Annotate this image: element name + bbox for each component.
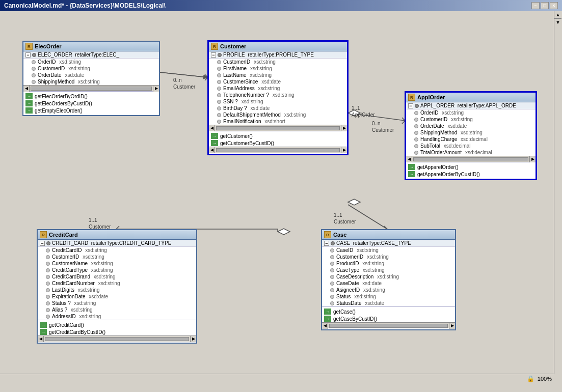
customer-hscroll[interactable]: ◀ ▶ xyxy=(209,125,347,131)
creditcard-title: CreditCard xyxy=(49,232,78,238)
method-icon: → xyxy=(408,164,415,170)
elecorder-field-2: CustomerID xsd:string xyxy=(23,65,159,72)
svg-marker-4 xyxy=(348,199,360,205)
scroll-right[interactable]: ▶ xyxy=(341,125,347,131)
method-icon: → xyxy=(211,140,218,146)
scroll-thumb[interactable] xyxy=(31,87,152,91)
close-button[interactable]: × xyxy=(550,2,558,9)
scroll-thumb[interactable] xyxy=(216,126,340,130)
svg-marker-3 xyxy=(278,229,290,235)
customer-field-7: SSN ? xsd:string xyxy=(209,98,347,105)
field-icon xyxy=(217,120,221,124)
applorder-class: R ApplOrder − APPL_ORDER retailerType:AP… xyxy=(405,92,537,180)
customer-class: R Customer − PROFILE retailerType:PROFIL… xyxy=(208,41,348,155)
customer-field-1: CustomerID xsd:string xyxy=(209,59,347,65)
applorder-field-6: SubTotal xsd:decimal xyxy=(406,143,536,149)
scroll-right[interactable]: ▶ xyxy=(529,156,536,162)
case-hscroll[interactable]: ◀ ▶ xyxy=(322,322,455,328)
field-icon xyxy=(46,248,50,253)
field-icon xyxy=(414,111,418,115)
case-field-7: AsigneeID xsd:string xyxy=(322,287,455,293)
applorder-method-2: → getApparelOrderByCustID() xyxy=(406,171,536,178)
method-icon: → xyxy=(324,309,331,315)
scroll-up[interactable]: ▲ xyxy=(554,11,561,18)
applorder-methods: → getApparelOrder() → getApparelOrderByC… xyxy=(406,162,536,179)
applorder-field-4: ShippingMethod xsd:string xyxy=(406,129,536,136)
case-body: − CASE retailerType:CASE_TYPE CaseID xsd… xyxy=(322,240,455,329)
applorder-hscroll[interactable]: ◀ ▶ xyxy=(406,156,536,162)
customer-field-4: CustomerSince xsd:date xyxy=(209,78,347,85)
customer-collapse[interactable]: − xyxy=(211,52,216,58)
field-icon xyxy=(32,80,36,84)
method-icon: → xyxy=(40,322,47,328)
case-field-2: CustomerID xsd:string xyxy=(322,254,455,260)
elec-cust-label: Customer xyxy=(173,84,195,90)
scroll-left[interactable]: ◀ xyxy=(406,156,412,162)
customer-field-2: FirstName xsd:string xyxy=(209,65,347,72)
scroll-left[interactable]: ◀ xyxy=(209,125,215,131)
cc-method-2: → getCreditCardByCustID() xyxy=(38,328,196,335)
creditcard-section: − CREDIT_CARD retailerType:CREDIT_CARD_T… xyxy=(38,240,196,320)
method-icon: → xyxy=(211,133,218,139)
case-side-label: Customer xyxy=(334,219,356,225)
case-method-1: → getCase() xyxy=(322,308,455,315)
applorder-section-icon xyxy=(415,104,419,108)
applorder-title-bar: R ApplOrder xyxy=(406,93,536,102)
appl-top-label: 1..1 xyxy=(352,105,360,111)
creditcard-methods: → getCreditCard() → getCreditCardByCustI… xyxy=(38,320,196,343)
scroll-left[interactable]: ◀ xyxy=(23,86,30,92)
elecorder-icon: R xyxy=(25,43,33,50)
customer-field-5: EmailAddress xsd:string xyxy=(209,85,347,92)
lock-icon: 🔒 xyxy=(527,375,534,382)
elecorder-methods: → getElecOrderByOrdID() → getElecOrdersB… xyxy=(23,92,159,115)
case-collapse[interactable]: − xyxy=(324,241,329,246)
field-icon xyxy=(330,282,334,286)
case-field-3: ProductID xsd:string xyxy=(322,260,455,267)
applorder-section: − APPL_ORDER retailerType:APPL_ORDE Orde… xyxy=(406,102,536,162)
scroll-down[interactable]: ▼ xyxy=(554,18,561,25)
case-field-5: CaseDescription xsd:string xyxy=(322,273,455,280)
minimize-button[interactable]: − xyxy=(531,2,540,9)
cc-field-1: CreditCardID xsd:string xyxy=(38,247,196,254)
status-right: 🔒 100% xyxy=(527,375,552,382)
elecorder-section-icon xyxy=(32,53,36,57)
elecorder-hscroll[interactable]: ◀ ▶ xyxy=(23,85,159,91)
cc-field-4: CreditCardType xsd:string xyxy=(38,267,196,273)
applorder-field-3: OrderDate xsd:date xyxy=(406,123,536,129)
applorder-collapse[interactable]: − xyxy=(408,103,413,108)
creditcard-section-name: CREDIT_CARD retailerType:CREDIT_CARD_TYP… xyxy=(52,240,172,246)
scroll-right[interactable]: ▶ xyxy=(153,86,159,92)
canvas-area: 1..1 ElecOrder 0..n Customer 1..1 ApplOr… xyxy=(0,11,562,383)
case-class: R Case − CASE retailerType:CASE_TYPE Cas… xyxy=(321,229,456,330)
case-title-bar: R Case xyxy=(322,230,455,240)
elecorder-method-2: → getElecOrdersByCustID() xyxy=(23,100,159,107)
field-icon xyxy=(217,67,221,71)
elecorder-title-bar: R ElecOrder xyxy=(23,42,159,51)
elecorder-section-header: − ELEC_ORDER retailerType:ELEC_ xyxy=(23,51,159,59)
applorder-icon: R xyxy=(408,94,415,101)
customer-section-header: − PROFILE retailerType:PROFILE_TYPE xyxy=(209,51,347,59)
elecorder-collapse[interactable]: − xyxy=(25,52,31,58)
case-field-6: CaseDate xsd:date xyxy=(322,280,455,287)
cc-hscroll[interactable]: ◀ ▶ xyxy=(38,335,196,342)
cc-field-5: CreditCardBrand xsd:string xyxy=(38,273,196,280)
customer-field-3: LastName xsd:string xyxy=(209,72,347,78)
customer-vscroll[interactable]: ◀ ▶ xyxy=(209,147,347,153)
applorder-method-1: → getApparelOrder() xyxy=(406,163,536,171)
method-icon: → xyxy=(25,107,33,114)
field-icon xyxy=(414,131,418,135)
customer-field-10: EmailNotification xsd:short xyxy=(209,118,347,125)
case-methods: → getCase() → getCaseByCustID() ◀ ▶ xyxy=(322,307,455,329)
status-bar: 🔒 100% xyxy=(0,374,554,383)
case-field-8: Status xsd:string xyxy=(322,293,455,300)
scroll-thumb[interactable] xyxy=(413,157,528,161)
maximize-button[interactable]: □ xyxy=(541,2,549,9)
field-icon xyxy=(46,315,50,319)
field-icon xyxy=(330,255,334,259)
field-icon xyxy=(46,282,50,286)
applorder-field-2: CustomerID xsd:string xyxy=(406,116,536,123)
customer-section: − PROFILE retailerType:PROFILE_TYPE Cust… xyxy=(209,51,347,131)
vertical-scrollbar[interactable]: ▲ ▼ xyxy=(554,11,562,374)
creditcard-body: − CREDIT_CARD retailerType:CREDIT_CARD_T… xyxy=(38,240,196,343)
creditcard-collapse[interactable]: − xyxy=(40,241,45,246)
